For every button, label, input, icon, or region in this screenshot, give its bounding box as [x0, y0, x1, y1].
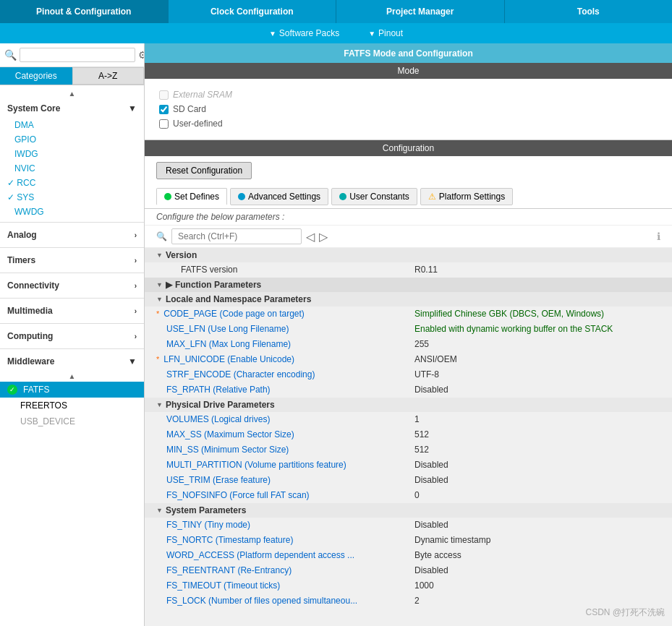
nav-clock[interactable]: Clock Configuration	[169, 0, 337, 23]
param-group-system: System Parameters FS_TINY (Tiny mode) Di…	[145, 503, 672, 609]
mode-section: External SRAM SD Card User-defined	[145, 79, 672, 140]
scroll-down-arrow[interactable]: ▲	[0, 371, 144, 382]
nav-software-packs[interactable]: Software Packs	[269, 28, 339, 38]
sidebar-content: ▲ System Core ▼ DMA GPIO IWDG NVIC RCC S…	[0, 85, 144, 626]
nav-project[interactable]: Project Manager	[336, 0, 505, 23]
external-sram-checkbox[interactable]	[159, 90, 169, 100]
param-row-use-lfn: USE_LFN (Use Long Filename) Enabled with…	[145, 322, 672, 337]
param-group-locale: Locale and Namespace Parameters * CODE_P…	[145, 292, 672, 398]
sd-card-checkbox[interactable]	[159, 105, 169, 114]
tab-user-constants[interactable]: User Constants	[331, 188, 417, 205]
sidebar-item-usb-device[interactable]: USB_DEVICE	[0, 413, 144, 429]
check-circle-fatfs: ✓	[7, 385, 17, 395]
param-row-fs-nofsinfo: FS_NOFSINFO (Force full FAT scan) 0	[145, 488, 672, 503]
top-nav: Pinout & Configuration Clock Configurati…	[0, 0, 672, 23]
sidebar-section-system-core: System Core ▼ DMA GPIO IWDG NVIC RCC SYS…	[0, 99, 144, 219]
sidebar-item-dma[interactable]: DMA	[0, 118, 144, 132]
param-group-function: ▶ Function Parameters	[145, 278, 672, 292]
param-search-icon: 🔍	[156, 231, 167, 241]
user-constants-dot	[339, 193, 346, 200]
nav-pinout[interactable]: Pinout	[368, 28, 403, 38]
tab-set-defines[interactable]: Set Defines	[156, 188, 227, 205]
param-row-fatfs-version: FATFS version R0.11	[145, 262, 672, 278]
tab-platform-settings[interactable]: ⚠ Platform Settings	[420, 188, 513, 205]
system-group-header[interactable]: System Parameters	[145, 503, 672, 518]
param-row-max-ss: MAX_SS (Maximum Sector Size) 512	[145, 427, 672, 442]
mode-header: Mode	[145, 63, 672, 79]
sidebar-search-row: 🔍 ⚙	[0, 43, 144, 67]
chevron-down-icon-mw: ▼	[128, 356, 137, 366]
main-layout: 🔍 ⚙ Categories A->Z ▲ System Core ▼	[0, 43, 672, 626]
timers-header[interactable]: Timers ›	[0, 251, 144, 270]
advanced-settings-dot	[238, 193, 245, 200]
reset-config-button[interactable]: Reset Configuration	[156, 162, 252, 179]
param-row-fs-nortc: FS_NORTC (Timestamp feature) Dynamic tim…	[145, 533, 672, 548]
chevron-down-icon: ▼	[128, 103, 137, 113]
mode-external-sram: External SRAM	[159, 87, 658, 102]
param-group-physical: Physical Drive Parameters VOLUMES (Logic…	[145, 398, 672, 503]
search-icon: 🔍	[4, 49, 17, 61]
sidebar: 🔍 ⚙ Categories A->Z ▲ System Core ▼	[0, 43, 145, 626]
content-area: FATFS Mode and Configuration Mode Extern…	[145, 43, 672, 626]
nav-next-icon[interactable]: ▷	[319, 230, 328, 244]
sidebar-item-iwdg[interactable]: IWDG	[0, 147, 144, 161]
sidebar-item-freertos[interactable]: FREERTOS	[0, 398, 144, 413]
user-defined-checkbox[interactable]	[159, 119, 169, 129]
param-row-max-lfn: MAX_LFN (Max Long Filename) 255	[145, 337, 672, 352]
multimedia-header[interactable]: Multimedia ›	[0, 301, 144, 320]
param-group-version: Version FATFS version R0.11	[145, 248, 672, 278]
chevron-right-icon-comp: ›	[135, 333, 137, 340]
system-core-header[interactable]: System Core ▼	[0, 99, 144, 118]
param-row-strf-encode: STRF_ENCODE (Character encoding) UTF-8	[145, 367, 672, 382]
param-row-fs-rpath: FS_RPATH (Relative Path) Disabled	[145, 382, 672, 398]
param-row-min-ss: MIN_SS (Minimum Sector Size) 512	[145, 442, 672, 458]
param-row-fs-reentrant: FS_REENTRANT (Re-Entrancy) Disabled	[145, 563, 672, 578]
sidebar-item-gpio[interactable]: GPIO	[0, 132, 144, 147]
warning-icon: ⚠	[428, 192, 436, 202]
mode-user-defined: User-defined	[159, 116, 658, 131]
nav-pinout[interactable]: Pinout & Configuration	[0, 0, 169, 23]
nav-prev-icon[interactable]: ◁	[306, 230, 315, 244]
param-row-fs-timeout: FS_TIMEOUT (Timeout ticks) 1000	[145, 578, 672, 593]
config-controls: Reset Configuration Set Defines Advanced…	[145, 156, 672, 248]
physical-group-header[interactable]: Physical Drive Parameters	[145, 398, 672, 412]
sidebar-search-input[interactable]	[20, 48, 135, 62]
locale-group-header[interactable]: Locale and Namespace Parameters	[145, 292, 672, 306]
param-row-use-trim: USE_TRIM (Erase feature) Disabled	[145, 473, 672, 488]
gear-icon[interactable]: ⚙	[138, 49, 145, 61]
sidebar-item-sys[interactable]: SYS	[0, 190, 144, 205]
tab-categories[interactable]: Categories	[0, 67, 72, 85]
connectivity-header[interactable]: Connectivity ›	[0, 276, 144, 295]
param-row-fs-tiny: FS_TINY (Tiny mode) Disabled	[145, 518, 672, 533]
chevron-right-icon: ›	[135, 231, 137, 239]
param-row-code-page: * CODE_PAGE (Code page on target) Simpli…	[145, 306, 672, 322]
version-group-header[interactable]: Version	[145, 248, 672, 262]
info-icon[interactable]: ℹ	[657, 231, 660, 242]
star-icon-2: *	[156, 355, 159, 364]
param-search-input[interactable]	[171, 228, 302, 244]
chevron-right-icon-timers: ›	[135, 257, 137, 265]
scroll-up-arrow[interactable]: ▲	[0, 88, 144, 99]
config-header: Configuration	[145, 140, 672, 156]
second-nav: Software Packs Pinout	[0, 23, 672, 43]
computing-header[interactable]: Computing ›	[0, 327, 144, 346]
nav-tools[interactable]: Tools	[505, 0, 673, 23]
param-row-multi-partition: MULTI_PARTITION (Volume partitions featu…	[145, 458, 672, 473]
config-tabs: Set Defines Advanced Settings User Const…	[145, 185, 672, 209]
sidebar-item-wwdg[interactable]: WWDG	[0, 205, 144, 219]
param-search-row: 🔍 ◁ ▷ ℹ	[145, 226, 672, 248]
tab-az[interactable]: A->Z	[72, 67, 145, 85]
analog-header[interactable]: Analog ›	[0, 226, 144, 244]
sidebar-item-rcc[interactable]: RCC	[0, 176, 144, 190]
chevron-right-icon-conn: ›	[135, 282, 137, 290]
sidebar-item-fatfs[interactable]: ✓ FATFS	[0, 382, 144, 398]
middleware-header[interactable]: Middleware ▼	[0, 352, 144, 371]
content-title: FATFS Mode and Configuration	[145, 43, 672, 63]
chevron-right-icon-media: ›	[135, 307, 137, 315]
system-core-items: DMA GPIO IWDG NVIC RCC SYS WWDG	[0, 118, 144, 219]
tab-advanced-settings[interactable]: Advanced Settings	[230, 188, 328, 205]
config-description: Configure the below parameters :	[145, 209, 672, 226]
sidebar-item-nvic[interactable]: NVIC	[0, 161, 144, 176]
function-group-header[interactable]: ▶ Function Parameters	[145, 278, 672, 292]
param-row-volumes: VOLUMES (Logical drives) 1	[145, 412, 672, 427]
